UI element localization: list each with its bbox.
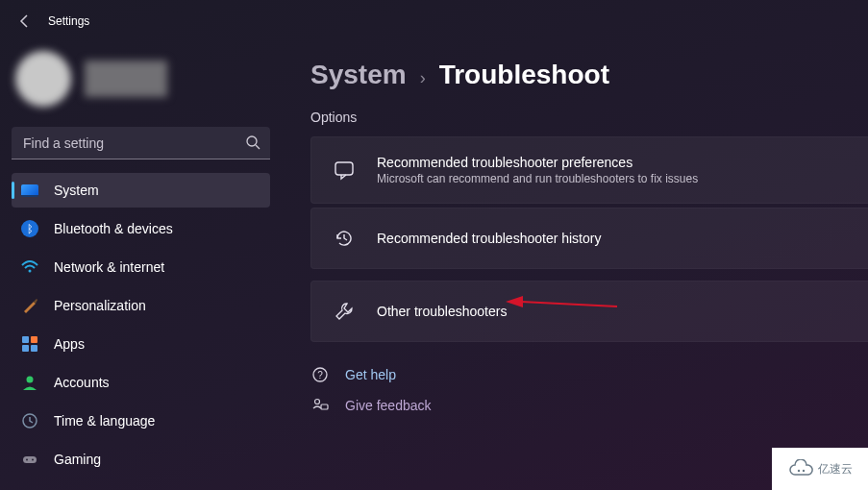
svg-rect-11 <box>321 404 328 409</box>
avatar <box>15 51 71 107</box>
sidebar-item-time[interactable]: Time & language <box>12 404 270 438</box>
breadcrumb: System › Troubleshoot <box>310 60 868 90</box>
give-feedback-link[interactable]: Give feedback <box>310 396 868 415</box>
arrow-left-icon <box>17 13 33 29</box>
help-icon: ? <box>310 365 330 384</box>
sidebar-item-label: Time & language <box>54 413 155 429</box>
card-troubleshooter-history[interactable]: Recommended troubleshooter history <box>310 208 868 269</box>
sidebar-item-gaming[interactable]: Gaming <box>12 442 270 477</box>
svg-point-15 <box>803 470 805 472</box>
nav-list: System ᛒ Bluetooth & devices Network & i… <box>12 173 270 477</box>
search-input[interactable] <box>12 127 270 159</box>
back-button[interactable] <box>12 8 38 35</box>
sidebar-item-personalization[interactable]: Personalization <box>12 288 270 323</box>
card-title: Recommended troubleshooter preferences <box>377 155 698 170</box>
sidebar-item-label: Accounts <box>54 375 110 390</box>
svg-rect-4 <box>23 456 37 463</box>
card-title: Recommended troubleshooter history <box>377 231 601 246</box>
watermark-text: 亿速云 <box>818 461 853 478</box>
sidebar-item-label: Bluetooth & devices <box>54 221 173 236</box>
annotation-arrow <box>504 296 619 313</box>
section-label: Options <box>310 110 868 125</box>
apps-icon <box>21 335 38 353</box>
title-bar: Settings <box>0 0 868 42</box>
svg-marker-13 <box>506 296 523 307</box>
page-title: Troubleshoot <box>439 60 609 90</box>
sidebar-item-network[interactable]: Network & internet <box>12 250 270 284</box>
svg-point-5 <box>26 459 28 461</box>
gamepad-icon <box>21 451 38 468</box>
link-label: Give feedback <box>345 398 432 413</box>
card-title: Other troubleshooters <box>377 304 507 319</box>
svg-point-10 <box>315 400 320 404</box>
link-label: Get help <box>345 367 396 382</box>
get-help-link[interactable]: ? Get help <box>310 365 868 384</box>
chat-icon <box>333 159 356 182</box>
search-icon <box>245 135 260 154</box>
sidebar: System ᛒ Bluetooth & devices Network & i… <box>0 42 284 490</box>
feedback-icon <box>310 396 330 415</box>
svg-point-1 <box>29 270 32 273</box>
help-links: ? Get help Give feedback <box>310 365 868 415</box>
bluetooth-icon: ᛒ <box>21 220 38 237</box>
sidebar-item-label: Network & internet <box>54 259 164 275</box>
chevron-right-icon: › <box>420 68 426 88</box>
history-icon <box>333 227 356 250</box>
svg-point-2 <box>27 377 34 383</box>
app-title: Settings <box>48 14 89 28</box>
cloud-icon <box>787 459 814 478</box>
watermark: 亿速云 <box>772 448 868 490</box>
sidebar-item-label: Gaming <box>54 452 101 467</box>
sidebar-item-accounts[interactable]: Accounts <box>12 365 270 400</box>
search-wrap <box>12 127 270 159</box>
person-icon <box>21 374 38 391</box>
sidebar-item-system[interactable]: System <box>12 173 270 208</box>
card-troubleshooter-preferences[interactable]: Recommended troubleshooter preferences M… <box>310 136 868 204</box>
svg-rect-7 <box>335 162 353 175</box>
svg-point-6 <box>32 459 34 461</box>
wrench-icon <box>333 300 356 323</box>
wifi-icon <box>21 258 38 276</box>
svg-point-0 <box>247 136 257 146</box>
card-subtitle: Microsoft can recommend and run troubles… <box>377 172 698 185</box>
paintbrush-icon <box>21 297 38 314</box>
breadcrumb-parent[interactable]: System <box>310 60 407 90</box>
content-area: System › Troubleshoot Options Recommende… <box>284 42 868 490</box>
sidebar-item-label: Apps <box>54 336 85 352</box>
system-icon <box>21 182 38 199</box>
svg-point-14 <box>798 470 800 472</box>
sidebar-item-bluetooth[interactable]: ᛒ Bluetooth & devices <box>12 211 270 246</box>
svg-line-12 <box>521 302 617 306</box>
profile-block[interactable] <box>12 48 270 110</box>
sidebar-item-label: System <box>54 183 99 198</box>
sidebar-item-label: Personalization <box>54 298 146 313</box>
clock-icon <box>21 412 38 429</box>
sidebar-item-apps[interactable]: Apps <box>12 327 270 361</box>
svg-text:?: ? <box>317 370 323 380</box>
profile-name-redacted <box>85 61 167 97</box>
